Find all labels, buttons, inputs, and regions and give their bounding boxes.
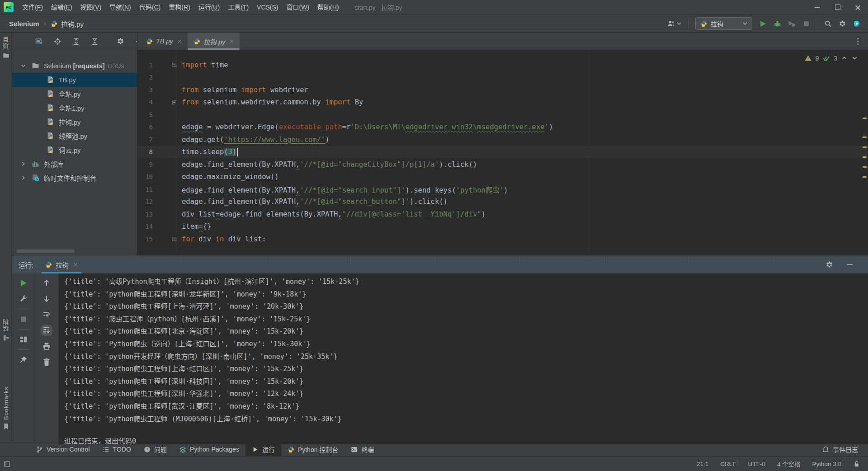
code-line[interactable]: 7edage.get('https://www.lagou.com/'): [137, 133, 868, 146]
fold-marker[interactable]: [153, 63, 182, 67]
menu-item[interactable]: VCS(S): [253, 0, 282, 14]
line-number[interactable]: 2: [137, 74, 153, 81]
close-icon[interactable]: [230, 39, 234, 43]
code-line[interactable]: 1import time: [137, 59, 868, 71]
tree-item[interactable]: 线程池.py: [12, 129, 137, 143]
toolwindow-switcher-icon[interactable]: [4, 461, 10, 467]
toolwindow-button[interactable]: 运行: [245, 443, 281, 456]
editor-tab[interactable]: TB.py: [140, 33, 188, 50]
down-stack-trace-icon[interactable]: [42, 295, 51, 303]
inspections-widget[interactable]: 9 3: [805, 54, 858, 62]
line-number[interactable]: 14: [137, 223, 153, 230]
menu-item[interactable]: 文件(F): [18, 0, 47, 14]
tree-item[interactable]: 临时文件和控制台: [12, 171, 137, 185]
warning-stripe-mark[interactable]: [863, 166, 867, 168]
code-line[interactable]: 11edage.find_element(By.XPATH,'//*[@id="…: [137, 183, 868, 196]
toolwindow-structure-button[interactable]: 结构: [0, 319, 12, 341]
close-button[interactable]: [848, 0, 868, 14]
line-number[interactable]: 8: [137, 148, 153, 155]
run-tab[interactable]: 拉钩: [40, 255, 83, 273]
close-icon[interactable]: [178, 39, 182, 43]
project-settings-icon[interactable]: [117, 38, 124, 45]
project-view-selector-icon[interactable]: [35, 38, 43, 45]
pin-tab-icon[interactable]: [19, 356, 28, 364]
tree-item[interactable]: 全站.py: [12, 87, 137, 101]
toolwindow-bookmarks-button[interactable]: Bookmarks: [0, 386, 12, 430]
line-number[interactable]: 12: [137, 198, 153, 205]
unlock-icon[interactable]: [853, 461, 860, 467]
menu-item[interactable]: 工具(T): [224, 0, 253, 14]
menu-item[interactable]: 重构(R): [165, 0, 194, 14]
fold-marker[interactable]: [153, 100, 182, 104]
maximize-button[interactable]: [827, 0, 848, 14]
code-line[interactable]: 14item={}: [137, 221, 868, 233]
code-line[interactable]: 15for div in div_list:: [137, 233, 868, 245]
line-number[interactable]: 13: [137, 211, 153, 218]
hide-panel-icon[interactable]: [846, 261, 854, 268]
more-options-icon[interactable]: ⋮: [854, 37, 868, 46]
hide-panel-icon[interactable]: [135, 38, 137, 45]
run-configuration-select[interactable]: 拉钩: [695, 17, 752, 30]
line-number[interactable]: 7: [137, 136, 153, 143]
plugin-run-icon[interactable]: [853, 20, 861, 28]
line-number[interactable]: 15: [137, 236, 153, 243]
editor-tab[interactable]: 拉钩.py: [188, 33, 240, 50]
code-editor[interactable]: 1import time23from selenium import webdr…: [137, 50, 868, 255]
line-number[interactable]: 1: [137, 61, 153, 69]
run-options-icon[interactable]: [19, 295, 28, 303]
tree-item[interactable]: 拉钩.py: [12, 115, 137, 129]
toolwindow-button[interactable]: TODO: [96, 443, 137, 456]
minimize-button[interactable]: [807, 0, 827, 14]
toolwindow-project-button[interactable]: 项目: [0, 36, 12, 59]
breadcrumb-project[interactable]: Selenium: [9, 20, 39, 28]
line-number[interactable]: 5: [137, 111, 153, 118]
run-with-coverage-button[interactable]: [788, 20, 796, 28]
clear-all-icon[interactable]: [42, 358, 51, 366]
tree-item[interactable]: 外部库: [12, 157, 137, 171]
line-number[interactable]: 6: [137, 123, 153, 131]
status-line-separator[interactable]: CRLF: [720, 461, 736, 467]
code-line[interactable]: 8time.sleep(3): [137, 146, 868, 159]
status-encoding[interactable]: UTF-8: [748, 461, 765, 467]
run-settings-icon[interactable]: [826, 261, 833, 268]
profile-button[interactable]: [667, 20, 681, 28]
status-indent[interactable]: 4 个空格: [777, 459, 801, 468]
line-number[interactable]: 4: [137, 99, 153, 106]
code-line[interactable]: 5: [137, 108, 868, 121]
code-line[interactable]: 13div_list=edage.find_elements(By.XPATH,…: [137, 208, 868, 221]
menu-item[interactable]: 导航(N): [105, 0, 135, 14]
code-line[interactable]: 6edage = webdriver.Edge(executable_path=…: [137, 121, 868, 134]
fold-marker[interactable]: [153, 237, 182, 241]
search-everywhere-button[interactable]: [824, 20, 832, 28]
menu-item[interactable]: 窗口(W): [283, 0, 314, 14]
line-number[interactable]: 11: [137, 186, 153, 193]
warning-stripe-mark[interactable]: [863, 146, 867, 148]
line-number[interactable]: 3: [137, 86, 153, 94]
toolwindow-button[interactable]: 终端: [344, 443, 380, 456]
toolwindow-button[interactable]: Python Packages: [173, 443, 245, 456]
menu-item[interactable]: 编辑(E): [47, 0, 76, 14]
code-line[interactable]: 12edage.find_element(By.XPATH,'//*[@id="…: [137, 196, 868, 208]
collapse-all-icon[interactable]: [91, 38, 99, 45]
menu-item[interactable]: 运行(U): [194, 0, 224, 14]
run-button[interactable]: [759, 20, 767, 28]
status-interpreter[interactable]: Python 3.8: [812, 461, 841, 467]
soft-wrap-icon[interactable]: [42, 311, 51, 319]
status-caret-position[interactable]: 21:1: [697, 461, 708, 467]
debug-button[interactable]: [774, 20, 781, 28]
scroll-to-end-icon[interactable]: [42, 326, 51, 334]
settings-button[interactable]: [839, 20, 846, 28]
toolwindow-button[interactable]: Python 控制台: [281, 443, 344, 456]
code-line[interactable]: 10edage.maximize_window(): [137, 171, 868, 184]
horizontal-scrollbar[interactable]: [17, 250, 75, 253]
close-icon[interactable]: [74, 263, 78, 267]
stop-button[interactable]: [802, 20, 810, 28]
rerun-button[interactable]: [19, 279, 28, 287]
menu-item[interactable]: 帮助(H): [313, 0, 343, 14]
toolwindow-button[interactable]: Version Control: [30, 443, 96, 456]
event-log-button[interactable]: 事件日志: [822, 445, 868, 454]
next-problem-icon[interactable]: [851, 55, 858, 61]
code-line[interactable]: 3from selenium import webdriver: [137, 84, 868, 96]
code-line[interactable]: 9edage.find_element(By.XPATH,'//*[@id="c…: [137, 158, 868, 171]
select-opened-file-icon[interactable]: [54, 38, 61, 45]
